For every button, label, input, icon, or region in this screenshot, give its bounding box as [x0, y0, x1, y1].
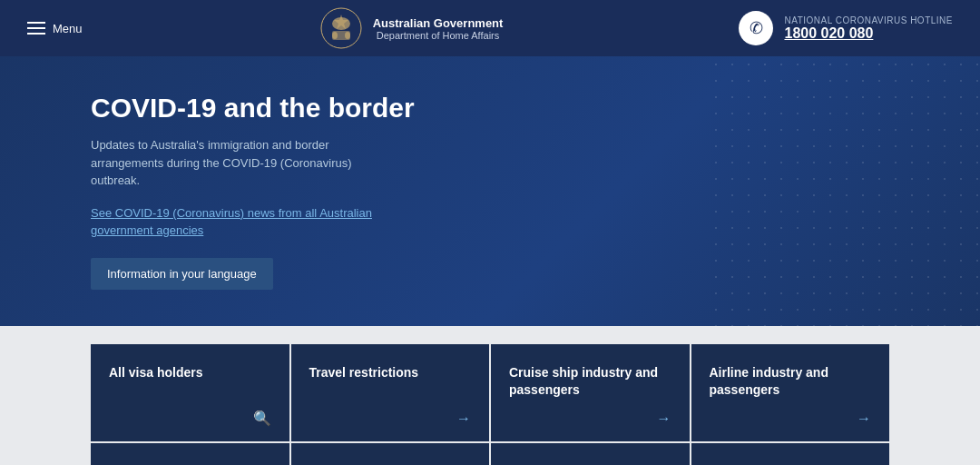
card-title: All visa holders: [109, 364, 271, 399]
logo-group: Australian Government Department of Home…: [318, 5, 504, 51]
logo-text: Australian Government Department of Home…: [373, 16, 504, 41]
dept-name: Department of Home Affairs: [373, 30, 504, 41]
card-airline-industry[interactable]: Airline industry and passengers →: [691, 344, 890, 441]
card-employers-education[interactable]: Employers and education providers →: [691, 443, 890, 465]
covid-news-link[interactable]: See COVID-19 (Coronavirus) news from all…: [91, 204, 381, 240]
hotline-label: NATIONAL CORONAVIRUS HOTLINE: [784, 15, 953, 25]
link-prefix: See: [91, 206, 115, 220]
hotline-group: ✆ NATIONAL CORONAVIRUS HOTLINE 1800 020 …: [739, 11, 953, 45]
hero-section: COVID-19 and the border Updates to Austr…: [0, 56, 980, 326]
card-cruise-ship[interactable]: Cruise ship industry and passengers →: [491, 344, 690, 441]
cards-grid: All visa holders 🔍 Travel restrictions →…: [91, 344, 889, 466]
hero-subtitle: Updates to Australia's immigration and b…: [91, 136, 381, 190]
card-travel-restrictions[interactable]: Travel restrictions →: [291, 344, 490, 441]
menu-button[interactable]: Menu: [27, 22, 83, 35]
svg-point-5: [345, 32, 350, 39]
card-title: Cruise ship industry and passengers: [509, 364, 671, 400]
card-imports-exports[interactable]: Imports and exports →: [491, 443, 690, 465]
card-refugee-humanitarian[interactable]: Refugee and humanitarian program →: [291, 443, 490, 465]
search-icon: 🔍: [253, 410, 271, 427]
hotline-number[interactable]: 1800 020 080: [784, 25, 953, 42]
hamburger-icon: [27, 22, 45, 35]
site-header: Menu Australian Government Department of…: [0, 0, 980, 56]
hotline-info: NATIONAL CORONAVIRUS HOTLINE 1800 020 08…: [784, 15, 953, 42]
language-button[interactable]: Information in your language: [91, 258, 273, 290]
gov-name: Australian Government: [373, 16, 504, 30]
arrow-icon: →: [657, 411, 671, 427]
page-title: COVID-19 and the border: [91, 93, 953, 124]
card-title: Airline industry and passengers: [710, 364, 872, 400]
cards-section: All visa holders 🔍 Travel restrictions →…: [0, 326, 980, 466]
menu-label: Menu: [53, 22, 83, 35]
phone-icon: ✆: [739, 11, 773, 45]
card-title: Travel restrictions: [309, 364, 472, 400]
link-text: COVID-19 (Coronavirus) news from all Aus…: [91, 206, 372, 238]
card-all-visa-holders[interactable]: All visa holders 🔍: [91, 344, 289, 441]
arrow-icon: →: [456, 411, 471, 427]
svg-point-4: [332, 32, 338, 39]
coat-of-arms-icon: [318, 5, 364, 51]
card-detention-visitor[interactable]: Detention visitor program →: [91, 443, 289, 465]
arrow-icon: →: [857, 411, 871, 427]
